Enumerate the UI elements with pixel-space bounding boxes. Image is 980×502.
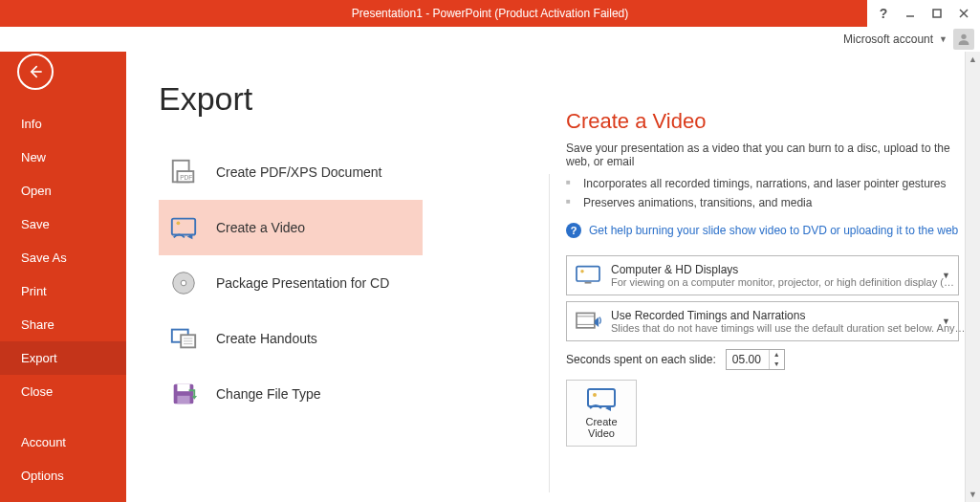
spinner-up-icon[interactable]: ▲ [770, 350, 784, 360]
bullet-item: Preserves animations, transitions, and m… [566, 193, 959, 212]
filmstrip-audio-icon [575, 308, 601, 335]
feature-bullets: Incorporates all recorded timings, narra… [566, 174, 959, 213]
export-option-label: Change File Type [216, 386, 320, 402]
combo-title: Use Recorded Timings and Narrations [611, 309, 966, 322]
svg-rect-20 [177, 384, 189, 392]
export-option-pdf-xps[interactable]: PDF Create PDF/XPS Document [159, 144, 423, 200]
sidebar-item-open[interactable]: Open [0, 174, 126, 207]
create-video-button[interactable]: Create Video [566, 380, 637, 447]
section-description: Save your presentation as a video that y… [566, 142, 959, 168]
svg-rect-26 [577, 313, 595, 327]
avatar[interactable] [953, 29, 974, 50]
window-controls: ? [867, 0, 980, 27]
svg-point-4 [961, 34, 966, 39]
svg-point-10 [177, 221, 181, 225]
timings-narrations-combo[interactable]: Use Recorded Timings and Narrations Slid… [566, 301, 959, 341]
help-button[interactable]: ? [871, 3, 896, 24]
create-video-icon [586, 387, 617, 412]
backstage-sidebar: Info New Open Save Save As Print Share E… [0, 52, 126, 502]
scroll-down-icon[interactable]: ▼ [966, 487, 980, 502]
vertical-scrollbar[interactable]: ▲ ▼ [965, 52, 980, 502]
sidebar-item-save-as[interactable]: Save As [0, 241, 126, 274]
export-options-list: PDF Create PDF/XPS Document Create a Vid… [159, 144, 423, 422]
sidebar-item-new[interactable]: New [0, 141, 126, 174]
help-info-icon: ? [566, 223, 581, 238]
scroll-up-icon[interactable]: ▲ [966, 52, 980, 67]
bullet-item: Incorporates all recorded timings, narra… [566, 174, 959, 193]
sidebar-item-close[interactable]: Close [0, 375, 126, 408]
video-icon [168, 212, 199, 243]
svg-rect-29 [588, 389, 615, 406]
svg-point-30 [593, 393, 597, 397]
export-option-package-cd[interactable]: Package Presentation for CD [159, 255, 423, 311]
content-area: Export PDF Create PDF/XPS Document Creat… [126, 52, 980, 502]
sidebar-item-account[interactable]: Account [0, 426, 126, 459]
sidebar-item-export[interactable]: Export [0, 341, 126, 375]
sidebar-item-options[interactable]: Options [0, 459, 126, 492]
create-button-line1: Create [585, 416, 617, 427]
cd-icon [168, 268, 199, 298]
sidebar-item-save[interactable]: Save [0, 207, 126, 241]
seconds-value: 05.00 [732, 353, 761, 366]
chevron-down-icon[interactable]: ▼ [939, 34, 947, 44]
export-option-create-video[interactable]: Create a Video [159, 200, 423, 255]
svg-rect-9 [172, 219, 195, 235]
display-icon [575, 262, 601, 289]
svg-point-24 [580, 270, 583, 273]
export-option-label: Create PDF/XPS Document [216, 164, 382, 180]
export-option-change-file-type[interactable]: Change File Type [159, 366, 423, 422]
help-link[interactable]: Get help burning your slide show video t… [589, 224, 958, 237]
account-strip: Microsoft account ▼ [0, 27, 980, 52]
export-option-label: Create Handouts [216, 331, 317, 346]
svg-rect-23 [577, 266, 599, 280]
create-button-line2: Video [585, 427, 617, 439]
svg-text:PDF: PDF [180, 174, 192, 181]
export-option-label: Package Presentation for CD [216, 275, 389, 291]
export-option-create-handouts[interactable]: Create Handouts [159, 311, 423, 366]
svg-rect-1 [933, 10, 941, 17]
vertical-divider [549, 174, 550, 492]
page-title: Export [159, 80, 423, 118]
combo-subtitle: For viewing on a computer monitor, proje… [611, 276, 954, 288]
chevron-down-icon: ▼ [942, 316, 950, 326]
combo-subtitle: Slides that do not have timings will use… [611, 322, 966, 334]
sidebar-item-print[interactable]: Print [0, 274, 126, 308]
svg-rect-21 [177, 396, 189, 404]
sidebar-item-share[interactable]: Share [0, 308, 126, 341]
seconds-label: Seconds spent on each slide: [566, 353, 716, 366]
save-file-type-icon [168, 379, 199, 409]
minimize-button[interactable] [898, 3, 923, 24]
export-option-label: Create a Video [216, 220, 305, 235]
display-quality-combo[interactable]: Computer & HD Displays For viewing on a … [566, 255, 959, 295]
section-heading: Create a Video [566, 109, 959, 134]
maximize-button[interactable] [925, 3, 949, 24]
title-bar: Presentation1 - PowerPoint (Product Acti… [0, 0, 980, 27]
chevron-down-icon: ▼ [942, 271, 950, 280]
handouts-icon [168, 323, 199, 354]
window-title: Presentation1 - PowerPoint (Product Acti… [352, 7, 628, 20]
pdf-document-icon: PDF [168, 157, 199, 187]
seconds-spinner[interactable]: 05.00 ▲ ▼ [726, 349, 785, 370]
combo-title: Computer & HD Displays [611, 263, 954, 276]
spinner-down-icon[interactable]: ▼ [770, 360, 784, 369]
back-button[interactable] [17, 54, 54, 90]
svg-rect-25 [585, 282, 592, 284]
account-label[interactable]: Microsoft account [843, 33, 933, 46]
sidebar-item-info[interactable]: Info [0, 107, 126, 141]
close-button[interactable] [951, 3, 976, 24]
svg-point-13 [181, 280, 186, 286]
